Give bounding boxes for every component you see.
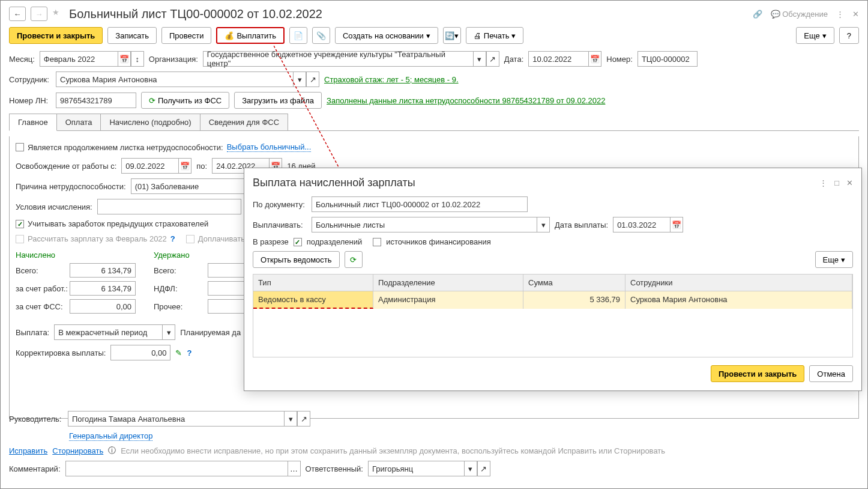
position-link[interactable]: Генеральный директор — [69, 431, 152, 441]
release-label: Освобождение от работы с: — [16, 162, 116, 171]
help-button[interactable]: ? — [839, 27, 859, 44]
modal-post-close-button[interactable]: Провести и закрыть — [711, 365, 804, 382]
reverse-link[interactable]: Сторнировать — [52, 446, 103, 455]
modal-pay-input[interactable]: Больничные листы — [312, 217, 537, 232]
manager-dropdown-icon[interactable]: ▾ — [284, 411, 297, 427]
comment-input[interactable] — [65, 461, 288, 476]
table-row[interactable]: Ведомость в кассу Администрация 5 336,79… — [253, 291, 852, 309]
modal-source-checkbox[interactable] — [373, 238, 381, 246]
payment-modal: Выплата начисленной зарплаты ⋮ □ ✕ По до… — [244, 168, 862, 391]
modal-close-icon[interactable]: ✕ — [846, 178, 853, 187]
modal-menu-icon[interactable]: ⋮ — [819, 178, 827, 187]
from-date-input[interactable]: 09.02.2022 — [121, 158, 178, 174]
manager-open-icon[interactable]: ↗ — [297, 411, 310, 427]
manager-input[interactable]: Погодина Тамара Анатольевна — [68, 411, 284, 427]
edit-icon[interactable]: ✎ — [175, 348, 182, 357]
post-button[interactable]: Провести — [161, 27, 212, 44]
tab-accrued[interactable]: Начислено (подробно) — [100, 114, 200, 130]
comment-label: Комментарий: — [9, 464, 61, 473]
ln-input[interactable]: 987654321789 — [56, 93, 136, 108]
forward-button[interactable]: → — [31, 7, 47, 21]
org-label: Организация: — [149, 55, 198, 64]
modal-paydate-calendar-icon[interactable]: 📅 — [670, 217, 683, 232]
org-dropdown-icon[interactable]: ▾ — [473, 51, 486, 67]
menu-icon[interactable]: ⋮ — [836, 10, 844, 19]
from-date-calendar-icon[interactable]: 📅 — [178, 158, 191, 174]
correction-help-icon[interactable]: ? — [187, 348, 191, 357]
number-input[interactable]: ТЦ00-000002 — [637, 51, 698, 67]
other-label: Прочее: — [154, 302, 182, 311]
close-icon[interactable]: ✕ — [852, 10, 859, 19]
modal-source-label: источников финансирования — [386, 237, 491, 246]
month-calendar-icon[interactable]: 📅 — [118, 51, 131, 67]
link-icon[interactable]: 🔗 — [753, 10, 762, 19]
org-input[interactable]: Государственное бюджетное учреждение кул… — [203, 51, 473, 67]
more-button[interactable]: Еще ▾ — [796, 27, 834, 44]
favorite-icon[interactable]: ★ — [52, 8, 64, 20]
get-fss-button[interactable]: ⟳ Получить из ФСС — [141, 92, 229, 109]
attachment-button[interactable]: 📎 — [312, 27, 330, 44]
page-title: Больничный лист ТЦ00-000002 от 10.02.202… — [69, 7, 748, 21]
responsible-input[interactable]: Григорьянц — [368, 461, 464, 476]
insurance-link[interactable]: Страховой стаж: лет - 5; месяцев - 9. — [324, 75, 459, 84]
discussion-link[interactable]: 💬 Обсуждение — [771, 10, 828, 19]
tab-main[interactable]: Главное — [9, 114, 57, 131]
modal-dept-checkbox[interactable] — [294, 238, 302, 246]
withheld-total-label: Всего: — [154, 266, 176, 275]
document-icon-button[interactable]: 📄 — [289, 27, 307, 44]
modal-pay-dropdown-icon[interactable]: ▾ — [537, 217, 550, 232]
select-sick-link[interactable]: Выбрать больничный... — [227, 142, 312, 152]
responsible-dropdown-icon[interactable]: ▾ — [464, 461, 477, 476]
back-button[interactable]: ← — [9, 7, 26, 21]
modal-pay-label: Выплачивать: — [253, 220, 307, 229]
modal-maximize-icon[interactable]: □ — [834, 178, 839, 187]
employee-input[interactable]: Суркова Мария Антоновна — [56, 71, 293, 87]
prev-insurers-checkbox[interactable] — [16, 220, 24, 228]
tabs: Главное Оплата Начислено (подробно) Свед… — [9, 114, 859, 131]
open-statement-button[interactable]: Открыть ведомость — [253, 251, 340, 268]
sync-button[interactable]: 🔄▾ — [443, 27, 461, 44]
correction-input[interactable]: 0,00 — [110, 345, 170, 360]
tab-fss[interactable]: Сведения для ФСС — [200, 114, 288, 130]
load-file-button[interactable]: Загрузить из файла — [234, 92, 322, 109]
employer-value: 6 134,79 — [70, 281, 136, 296]
print-button[interactable]: 🖨 Печать ▾ — [466, 27, 524, 44]
employee-open-icon[interactable]: ↗ — [306, 71, 319, 87]
to-label: по: — [196, 162, 207, 171]
payment-label: Выплата: — [16, 328, 49, 337]
data-filled-link[interactable]: Заполнены данные листка нетрудоспособнос… — [327, 96, 605, 105]
payment-table: Тип Подразделение Сумма Сотрудники Ведом… — [253, 274, 853, 357]
date-input[interactable]: 10.02.2022 — [528, 51, 588, 67]
recalc-help-icon[interactable]: ? — [170, 234, 175, 243]
employer-label: за счет работ.: — [16, 284, 68, 293]
planned-date-label: Планируемая да — [180, 328, 241, 337]
payment-input[interactable]: В межрасчетный период — [54, 324, 162, 340]
month-input[interactable]: Февраль 2022 — [40, 51, 118, 67]
pay-button[interactable]: 💰Выплатить — [216, 27, 285, 44]
date-calendar-icon[interactable]: 📅 — [588, 51, 601, 67]
month-stepper[interactable]: ↕ — [131, 51, 144, 67]
continuation-checkbox[interactable] — [16, 143, 24, 151]
recalc-label: Рассчитать зарплату за Февраль 2022 — [28, 234, 167, 243]
ndfl-label: НДФЛ: — [154, 284, 178, 293]
responsible-open-icon[interactable]: ↗ — [477, 461, 490, 476]
employee-dropdown-icon[interactable]: ▾ — [293, 71, 306, 87]
modal-paydate-label: Дата выплаты: — [555, 220, 608, 229]
col-dept: Подразделение — [373, 275, 523, 291]
payment-dropdown-icon[interactable]: ▾ — [162, 324, 175, 340]
create-based-button[interactable]: Создать на основании ▾ — [335, 27, 438, 44]
refresh-button[interactable]: ⟳ — [345, 251, 363, 268]
modal-cancel-button[interactable]: Отмена — [809, 365, 853, 382]
modal-paydate-input[interactable]: 01.03.2022 — [613, 217, 670, 232]
post-and-close-button[interactable]: Провести и закрыть — [9, 27, 103, 44]
org-open-icon[interactable]: ↗ — [486, 51, 499, 67]
comment-more-icon[interactable]: … — [288, 461, 301, 476]
modal-more-button[interactable]: Еще ▾ — [815, 251, 853, 268]
tab-payment[interactable]: Оплата — [56, 114, 101, 130]
conditions-input[interactable] — [97, 199, 241, 214]
correct-link[interactable]: Исправить — [9, 446, 47, 455]
reason-input[interactable]: (01) Заболевание — [131, 178, 251, 194]
modal-doc-input[interactable]: Больничный лист ТЦ00-000002 от 10.02.202… — [312, 196, 528, 212]
conditions-label: Условия исчисления: — [16, 202, 92, 211]
save-button[interactable]: Записать — [107, 27, 157, 44]
